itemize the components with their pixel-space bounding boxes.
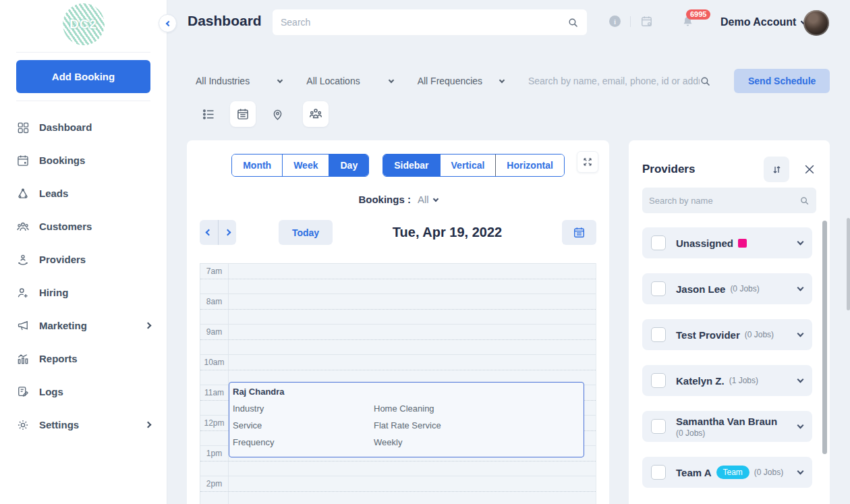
provider-row[interactable]: Katelyn Z. (1 Jobs) [642, 365, 812, 396]
team-view-button[interactable] [303, 101, 329, 127]
provider-row-unassigned[interactable]: Unassigned [642, 227, 812, 258]
date-picker-button[interactable] [562, 220, 596, 245]
horizontal-layout-tab[interactable]: Horizontal [495, 155, 563, 176]
provider-checkbox[interactable] [651, 327, 666, 342]
notifications-button[interactable]: 6995 [681, 16, 694, 28]
fullscreen-button[interactable] [577, 151, 598, 173]
sidebar-item-marketing[interactable]: Marketing [0, 309, 167, 342]
sidebar-layout-tab[interactable]: Sidebar [383, 155, 439, 176]
provider-info: Team A Team (0 Jobs) [676, 466, 783, 479]
customer-search-input[interactable] [528, 76, 700, 86]
half-hour-line [200, 491, 596, 492]
customer-search [528, 76, 719, 87]
add-booking-button[interactable]: Add Booking [16, 60, 150, 93]
sidebar-item-label: Logs [39, 386, 63, 397]
collapse-sidebar-button[interactable] [159, 14, 177, 32]
provider-row-team[interactable]: Team A Team (0 Jobs) [642, 457, 812, 488]
half-hour-line [200, 309, 596, 310]
calendar-view-button[interactable] [230, 101, 256, 127]
filter-row: All Industries All Locations All Frequen… [196, 69, 830, 93]
industries-dropdown[interactable]: All Industries [196, 76, 306, 86]
sidebar-item-providers[interactable]: Providers [0, 243, 167, 276]
provider-row[interactable]: Test Provider (0 Jobs) [642, 319, 812, 350]
calendar-panel: Month Week Day Sidebar Vertical Horizont… [187, 140, 609, 504]
provider-name: Jason Lee [676, 283, 725, 295]
unassigned-color-swatch [738, 239, 747, 248]
search-icon[interactable] [567, 17, 579, 28]
sidebar-item-customers[interactable]: Customers [0, 210, 167, 243]
frequencies-dropdown[interactable]: All Frequencies [418, 76, 528, 86]
sidebar-item-label: Leads [39, 188, 68, 199]
bookings-filter-label: Bookings : [358, 194, 411, 205]
half-hour-line [200, 370, 596, 370]
sidebar-item-hiring[interactable]: Hiring [0, 276, 167, 309]
providers-scrollbar-thumb[interactable] [822, 221, 827, 454]
hour-row[interactable]: 10am [200, 354, 596, 385]
calendar-icon [236, 107, 250, 121]
sort-providers-button[interactable] [764, 157, 789, 182]
provider-jobs-count: (0 Jobs) [745, 330, 774, 339]
sidebar-item-reports[interactable]: Reports [0, 342, 167, 375]
search-icon[interactable] [799, 196, 810, 206]
provider-checkbox[interactable] [651, 373, 666, 388]
provider-checkbox[interactable] [651, 419, 666, 434]
chevron-right-icon [145, 422, 152, 428]
month-tab[interactable]: Month [232, 155, 282, 176]
field-label: Frequency [233, 437, 374, 447]
providers-search-input[interactable] [649, 196, 799, 206]
chevron-down-icon[interactable] [797, 239, 804, 246]
half-hour-line [200, 461, 596, 461]
sidebar-item-bookings[interactable]: Bookings [0, 144, 167, 177]
hour-row[interactable]: 2pm [200, 476, 596, 504]
company-logo: DC2 [63, 3, 105, 45]
provider-row[interactable]: Samantha Van Braun (0 Jobs) [642, 411, 812, 442]
today-button[interactable]: Today [279, 220, 333, 245]
search-icon[interactable] [700, 76, 711, 87]
hour-row[interactable]: 8am [200, 293, 596, 324]
marketing-icon [16, 319, 30, 333]
next-day-button[interactable] [218, 220, 236, 245]
week-tab[interactable]: Week [282, 155, 329, 176]
schedule-settings-icon[interactable] [640, 15, 653, 28]
chevron-down-icon[interactable] [797, 285, 804, 291]
chevron-down-icon[interactable] [797, 468, 804, 475]
sidebar-item-leads[interactable]: Leads [0, 177, 167, 210]
chevron-down-icon[interactable] [797, 376, 804, 383]
map-view-button[interactable] [264, 101, 290, 127]
sidebar-item-dashboard[interactable]: Dashboard [0, 111, 167, 144]
provider-checkbox[interactable] [651, 235, 666, 250]
global-search-input[interactable] [281, 17, 567, 28]
calendar-icon [573, 226, 586, 239]
send-schedule-button[interactable]: Send Schedule [734, 69, 830, 93]
page-scrollbar-thumb[interactable] [847, 218, 850, 310]
provider-checkbox[interactable] [651, 281, 666, 296]
provider-row[interactable]: Jason Lee (0 Jobs) [642, 273, 812, 304]
field-value: Weekly [374, 437, 402, 447]
bookings-filter-dropdown[interactable]: All [418, 194, 438, 205]
chevron-left-icon [206, 229, 213, 236]
hour-row[interactable]: 9am [200, 324, 596, 354]
info-icon[interactable]: i [609, 16, 621, 27]
vertical-layout-tab[interactable]: Vertical [440, 155, 496, 176]
layout-toggle: Sidebar Vertical Horizontal [382, 154, 565, 177]
chevron-down-icon [499, 78, 505, 83]
hour-row[interactable]: 7am [200, 263, 596, 293]
account-menu[interactable]: Demo Account [720, 16, 805, 28]
prev-day-button[interactable] [200, 220, 218, 245]
close-icon[interactable] [803, 163, 816, 176]
sidebar-item-logs[interactable]: Logs [0, 375, 167, 408]
list-view-button[interactable] [196, 101, 221, 127]
chevron-down-icon[interactable] [797, 422, 804, 429]
day-tab[interactable]: Day [329, 155, 368, 176]
sidebar-item-label: Marketing [39, 320, 87, 331]
chevron-left-icon [165, 20, 171, 26]
locations-dropdown[interactable]: All Locations [306, 76, 417, 86]
avatar[interactable] [803, 10, 829, 36]
chevron-down-icon[interactable] [797, 331, 804, 337]
day-time-grid: 7am 8am 9am 10am 11am 12pm 1pm 2pm Raj C… [200, 263, 596, 504]
booking-event[interactable]: Raj Chandra Industry Home Cleaning Servi… [229, 382, 584, 457]
notification-badge: 6995 [686, 9, 710, 20]
calendar-nav: Today Tue, Apr 19, 2022 [187, 220, 609, 245]
provider-checkbox[interactable] [651, 465, 666, 480]
sidebar-item-settings[interactable]: Settings [0, 408, 167, 441]
